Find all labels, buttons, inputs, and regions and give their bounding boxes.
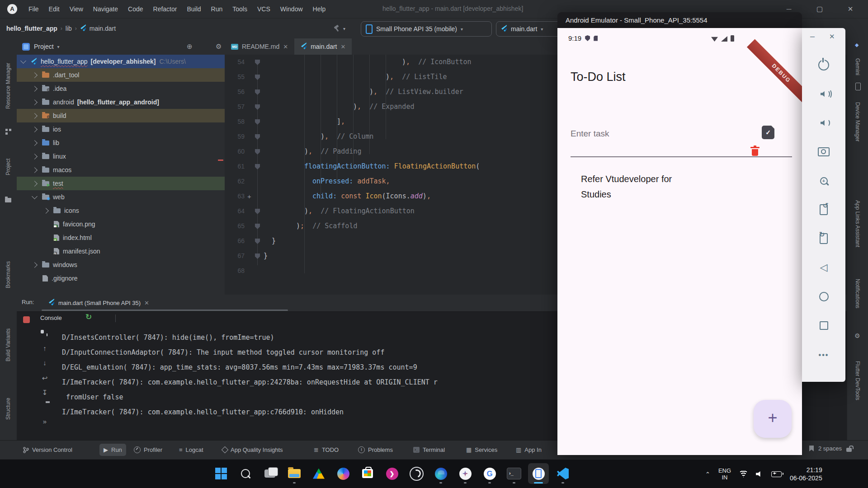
- taskbar-icon-start[interactable]: [211, 463, 231, 484]
- chevron-right-icon[interactable]: [32, 167, 38, 173]
- indent-status[interactable]: 2 spaces: [818, 445, 842, 452]
- taskbar-icon-search[interactable]: [235, 463, 256, 484]
- chevron-right-icon[interactable]: [32, 113, 38, 119]
- sidebar-item-notifications[interactable]: Notifications: [854, 270, 861, 317]
- tree-item-web[interactable]: ◉web: [17, 190, 225, 204]
- tool-window-button-profiler[interactable]: Profiler: [130, 444, 166, 456]
- device-selector[interactable]: Small Phone API 35 (mobile) ▾: [361, 21, 492, 37]
- project-panel-title[interactable]: Project: [34, 43, 54, 50]
- fold-marker-icon[interactable]: [255, 89, 260, 95]
- chevron-right-icon[interactable]: [32, 140, 38, 146]
- bookmark-icon[interactable]: [809, 446, 814, 451]
- delete-task-icon[interactable]: [752, 149, 758, 156]
- clock[interactable]: 21:1906-06-2025: [790, 466, 822, 482]
- console-down-icon[interactable]: ↓: [40, 359, 49, 366]
- wifi-icon[interactable]: [739, 471, 748, 478]
- tray-expand-icon[interactable]: ⌃: [705, 471, 710, 478]
- console-up-icon[interactable]: ↑: [40, 344, 49, 352]
- resource-manager-icon[interactable]: [5, 129, 11, 135]
- fold-marker-icon[interactable]: [255, 209, 260, 214]
- chevron-right-icon[interactable]: [32, 181, 38, 187]
- task-input-placeholder[interactable]: Enter task: [571, 129, 609, 139]
- taskbar-icon-google-drive[interactable]: [308, 463, 329, 484]
- run-tab-scrollbar[interactable]: [42, 310, 288, 311]
- tree-item-favicon.png[interactable]: ▦favicon.png: [17, 217, 225, 231]
- console-more-icon[interactable]: »: [40, 418, 49, 425]
- tree-item-windows[interactable]: windows: [17, 258, 225, 272]
- emulator-volume-up-button[interactable]: [815, 85, 833, 103]
- breadcrumb-item-hello_flutter_app[interactable]: hello_flutter_app: [6, 25, 57, 32]
- window-close-icon[interactable]: ✕: [843, 3, 858, 15]
- console-softwrap-icon[interactable]: ↩: [40, 374, 49, 382]
- menu-file[interactable]: File: [24, 4, 44, 14]
- taskbar-icon-copilot[interactable]: [333, 463, 354, 484]
- menu-view[interactable]: View: [65, 4, 88, 14]
- project-folder-icon[interactable]: [5, 198, 11, 202]
- sidebar-item-app-links-assistant[interactable]: App Links Assistant: [854, 187, 861, 261]
- menu-navigate[interactable]: Navigate: [88, 4, 123, 14]
- tree-item-.gitignore[interactable]: .gitignore: [17, 272, 225, 285]
- emulator-rotate-ccw-button[interactable]: ↺: [815, 201, 833, 219]
- gemini-icon[interactable]: ◆: [855, 42, 859, 48]
- tree-item-manifest.json[interactable]: {}manifest.json: [17, 244, 225, 258]
- fold-marker-icon[interactable]: [255, 104, 260, 110]
- volume-icon[interactable]: [756, 471, 763, 477]
- console-pin-icon[interactable]: [40, 330, 49, 333]
- menu-build[interactable]: Build: [182, 4, 206, 14]
- fold-marker-icon[interactable]: [255, 253, 260, 259]
- taskbar-icon-android-studio[interactable]: [455, 463, 476, 484]
- taskbar-icon-edge[interactable]: [430, 463, 451, 484]
- battery-icon[interactable]: [771, 471, 782, 477]
- tool-window-button-logcat[interactable]: ≡Logcat: [175, 444, 208, 456]
- taskbar-icon-file-explorer[interactable]: [284, 463, 305, 484]
- emulator-rotate-cw-button[interactable]: ↻: [815, 230, 833, 248]
- device-manager-icon[interactable]: [855, 83, 861, 90]
- close-icon[interactable]: ✕: [341, 43, 346, 50]
- console-scroll-end-icon[interactable]: ↧: [40, 389, 49, 397]
- fold-marker-icon[interactable]: [255, 119, 260, 125]
- sidebar-item-build-variants[interactable]: Build Variants: [5, 311, 11, 379]
- tool-window-button-version-control[interactable]: Version Control: [19, 444, 76, 456]
- fold-marker-icon[interactable]: [255, 75, 260, 80]
- sidebar-item-project[interactable]: Project: [5, 145, 11, 188]
- locate-file-icon[interactable]: ⊕: [187, 42, 193, 51]
- emulator-zoom-in-button[interactable]: +: [815, 172, 833, 190]
- emulator-close-icon[interactable]: ✕: [829, 33, 835, 41]
- fold-marker-icon[interactable]: [255, 134, 260, 140]
- fold-marker-icon[interactable]: [255, 60, 260, 65]
- emulator-minimize-icon[interactable]: –: [810, 32, 815, 41]
- fold-marker-icon[interactable]: [255, 149, 260, 155]
- emulator-screen[interactable]: 9:19 DEBUG To-Do List Enter task ✓ Refer…: [557, 28, 802, 455]
- tab-README.md[interactable]: MDREADME.md✕: [225, 38, 294, 55]
- tree-item-test[interactable]: ▶test: [17, 177, 225, 190]
- menu-tools[interactable]: Tools: [227, 4, 252, 14]
- emulator-home-button[interactable]: [815, 287, 833, 305]
- sidebar-item-gemini[interactable]: Gemini: [854, 51, 861, 83]
- chevron-right-icon[interactable]: [43, 208, 49, 214]
- emulator-power-button[interactable]: [815, 56, 833, 74]
- tree-item-lib[interactable]: lib: [17, 136, 225, 150]
- close-icon[interactable]: ✕: [283, 43, 288, 50]
- menu-vcs[interactable]: VCS: [252, 4, 275, 14]
- flutter-devtools-icon[interactable]: ⚙: [854, 332, 860, 339]
- add-task-fab[interactable]: +: [754, 400, 792, 438]
- task-item[interactable]: Refer Vtudeveloper for Studies: [581, 171, 672, 202]
- tree-item-index.html[interactable]: Hindex.html: [17, 231, 225, 244]
- emulator-back-button[interactable]: ◁: [815, 258, 833, 277]
- tab-main.dart[interactable]: main.dart✕: [294, 38, 352, 55]
- language-indicator[interactable]: ENGIN: [718, 467, 731, 481]
- chevron-right-icon[interactable]: [32, 127, 38, 132]
- breadcrumb-item-main.dart[interactable]: main.dart: [90, 25, 116, 32]
- taskbar-icon-task-view[interactable]: [259, 463, 280, 484]
- tree-item-android[interactable]: android[hello_flutter_app_android]: [17, 95, 225, 109]
- tool-window-button-problems[interactable]: !Problems: [354, 444, 397, 456]
- tree-item-ios[interactable]: ios: [17, 122, 225, 136]
- fold-marker-icon[interactable]: [255, 164, 260, 169]
- fold-marker-icon[interactable]: [255, 239, 260, 244]
- chevron-right-icon[interactable]: [32, 262, 38, 268]
- chevron-right-icon[interactable]: [32, 72, 38, 78]
- emulator-window-title[interactable]: Android Emulator - Small_Phone_API_35:55…: [557, 12, 802, 28]
- chevron-down-icon[interactable]: [32, 193, 38, 199]
- run-tab[interactable]: main.dart (Small Phone API 35) ✕: [43, 295, 155, 311]
- tool-window-button-terminal[interactable]: ›_Terminal: [409, 444, 449, 456]
